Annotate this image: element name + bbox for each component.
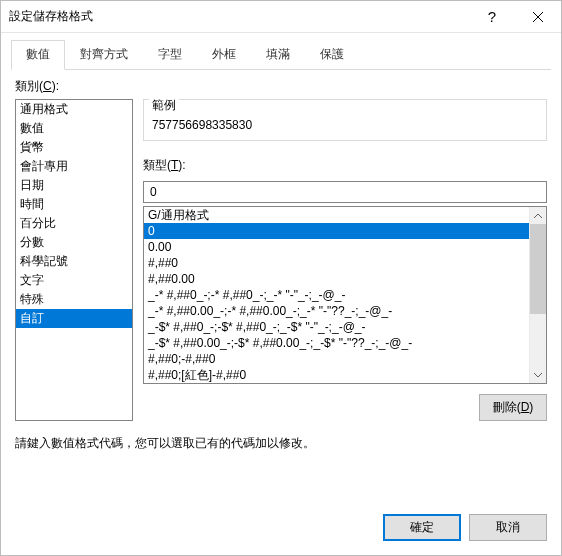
category-label: 類別(C):: [15, 78, 547, 95]
format-item[interactable]: _-$* #,##0_-;-$* #,##0_-;_-$* "-"_-;_-@_…: [144, 319, 530, 335]
category-item[interactable]: 數值: [16, 119, 132, 138]
scroll-down-button[interactable]: [530, 366, 546, 383]
category-item[interactable]: 時間: [16, 195, 132, 214]
category-item[interactable]: 科學記號: [16, 252, 132, 271]
format-code-listbox[interactable]: G/通用格式00.00#,##0#,##0.00_-* #,##0_-;-* #…: [143, 206, 547, 384]
tab-3[interactable]: 外框: [197, 40, 251, 70]
tab-2[interactable]: 字型: [143, 40, 197, 70]
tab-5[interactable]: 保護: [305, 40, 359, 70]
delete-button[interactable]: 刪除(D): [479, 394, 547, 421]
format-item[interactable]: #,##0;[紅色]-#,##0: [144, 367, 530, 383]
type-label: 類型(T):: [143, 157, 547, 174]
format-item[interactable]: _-* #,##0_-;-* #,##0_-;_-* "-"_-;_-@_-: [144, 287, 530, 303]
scroll-thumb[interactable]: [530, 224, 546, 314]
cancel-button[interactable]: 取消: [469, 514, 547, 541]
sample-group: 範例 757756698335830: [143, 99, 547, 141]
format-item[interactable]: 0: [144, 223, 530, 239]
format-cells-dialog: 設定儲存格格式 ? 數值對齊方式字型外框填滿保護 類別(C): 通用格式數值貨幣…: [0, 0, 562, 556]
tab-0[interactable]: 數值: [11, 40, 65, 70]
category-item[interactable]: 貨幣: [16, 138, 132, 157]
ok-button[interactable]: 確定: [383, 514, 461, 541]
category-item[interactable]: 分數: [16, 233, 132, 252]
scroll-up-button[interactable]: [530, 207, 546, 224]
format-item[interactable]: #,##0;-#,##0: [144, 351, 530, 367]
category-item[interactable]: 自訂: [16, 309, 132, 328]
category-item[interactable]: 文字: [16, 271, 132, 290]
format-item[interactable]: _-$* #,##0.00_-;-$* #,##0.00_-;_-$* "-"?…: [144, 335, 530, 351]
category-item[interactable]: 百分比: [16, 214, 132, 233]
scrollbar[interactable]: [529, 207, 546, 383]
format-item[interactable]: G/通用格式: [144, 207, 530, 223]
dialog-footer: 確定 取消: [1, 502, 561, 555]
category-item[interactable]: 特殊: [16, 290, 132, 309]
format-item[interactable]: 0.00: [144, 239, 530, 255]
category-item[interactable]: 通用格式: [16, 100, 132, 119]
format-item[interactable]: _-* #,##0.00_-;-* #,##0.00_-;_-* "-"??_-…: [144, 303, 530, 319]
sample-value: 757756698335830: [152, 118, 538, 132]
format-item[interactable]: #,##0.00: [144, 271, 530, 287]
hint-text: 請鍵入數值格式代碼，您可以選取已有的代碼加以修改。: [15, 435, 547, 452]
dialog-body: 類別(C): 通用格式數值貨幣會計專用日期時間百分比分數科學記號文字特殊自訂 範…: [1, 70, 561, 502]
tab-strip: 數值對齊方式字型外框填滿保護: [11, 39, 551, 70]
category-listbox[interactable]: 通用格式數值貨幣會計專用日期時間百分比分數科學記號文字特殊自訂: [15, 99, 133, 421]
type-input[interactable]: [143, 181, 547, 203]
titlebar: 設定儲存格格式 ?: [1, 1, 561, 33]
tab-4[interactable]: 填滿: [251, 40, 305, 70]
category-item[interactable]: 會計專用: [16, 157, 132, 176]
close-button[interactable]: [515, 1, 561, 32]
window-title: 設定儲存格格式: [9, 8, 469, 25]
help-button[interactable]: ?: [469, 1, 515, 32]
sample-label: 範例: [149, 97, 179, 114]
format-item[interactable]: #,##0: [144, 255, 530, 271]
scroll-track[interactable]: [530, 224, 546, 366]
category-item[interactable]: 日期: [16, 176, 132, 195]
tab-1[interactable]: 對齊方式: [65, 40, 143, 70]
